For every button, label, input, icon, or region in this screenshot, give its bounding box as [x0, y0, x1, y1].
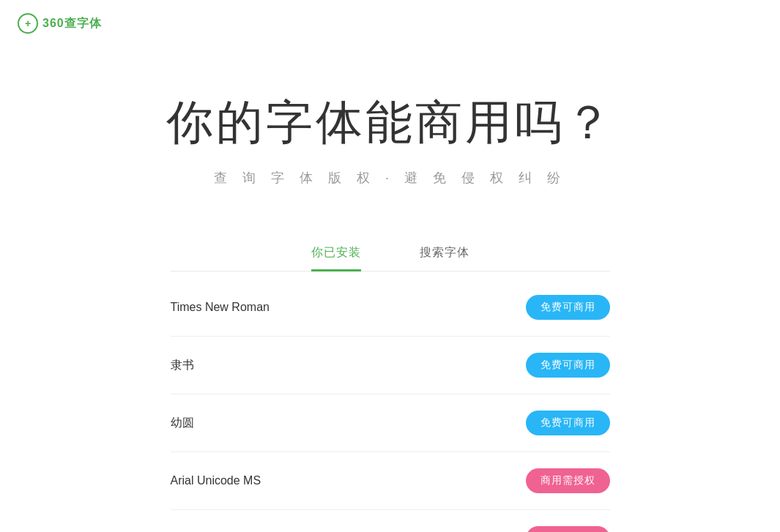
- font-list-item[interactable]: 幼圆免费可商用: [171, 394, 610, 452]
- header: + 360查字体: [0, 0, 780, 47]
- font-name: 隶书: [171, 358, 194, 373]
- hero-title: 你的字体能商用吗？: [0, 91, 780, 154]
- font-status-badge[interactable]: 商用需授权: [526, 526, 610, 532]
- font-list-item[interactable]: 隶书免费可商用: [171, 337, 610, 394]
- font-status-badge[interactable]: 商用需授权: [526, 468, 610, 493]
- font-name: Times New Roman: [171, 301, 270, 314]
- font-name: 幼圆: [171, 416, 194, 431]
- logo[interactable]: + 360查字体: [18, 13, 102, 34]
- font-status-badge[interactable]: 免费可商用: [526, 353, 610, 378]
- logo-icon: +: [18, 13, 38, 34]
- font-list-item[interactable]: Arial Unicode MS商用需授权: [171, 452, 610, 510]
- font-status-badge[interactable]: 免费可商用: [526, 295, 610, 320]
- hero-subtitle: 查 询 字 体 版 权 · 避 免 侵 权 纠 纷: [0, 169, 780, 187]
- svg-text:+: +: [25, 18, 31, 29]
- font-list: Times New Roman免费可商用隶书免费可商用幼圆免费可商用Arial …: [171, 279, 610, 532]
- tab-search[interactable]: 搜索字体: [420, 245, 469, 271]
- font-status-badge[interactable]: 免费可商用: [526, 411, 610, 435]
- font-list-item[interactable]: Century Gothic商用需授权: [171, 510, 610, 532]
- tab-installed[interactable]: 你已安装: [311, 245, 361, 271]
- tabs-container: 你已安装 搜索字体: [171, 245, 610, 271]
- hero-section: 你的字体能商用吗？ 查 询 字 体 版 权 · 避 免 侵 权 纠 纷: [0, 47, 780, 216]
- logo-text: 360查字体: [42, 16, 102, 31]
- font-name: Arial Unicode MS: [171, 474, 261, 487]
- font-list-item[interactable]: Times New Roman免费可商用: [171, 279, 610, 337]
